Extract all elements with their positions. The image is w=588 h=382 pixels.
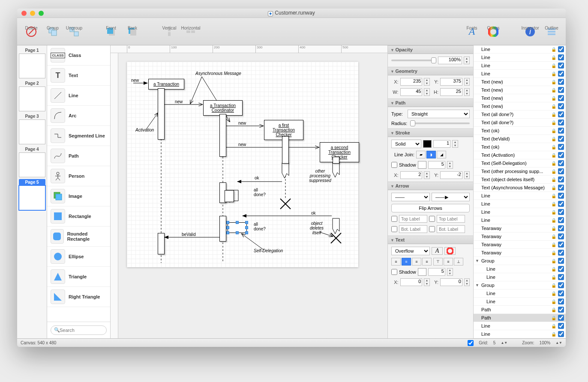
stroke-width[interactable]: 1 xyxy=(433,140,450,148)
lock-icon[interactable]: 🔒 xyxy=(551,80,556,84)
visibility-checkbox[interactable] xyxy=(558,54,564,60)
text-font-button[interactable]: A xyxy=(432,247,443,255)
visibility-checkbox[interactable] xyxy=(558,233,564,239)
outline-row[interactable]: Text (Activation)🔒 xyxy=(474,151,566,159)
selected-shape[interactable] xyxy=(228,222,247,233)
halign-left[interactable]: ≡ xyxy=(391,258,401,266)
lock-icon[interactable]: 🔒 xyxy=(551,161,556,166)
outline-row[interactable]: Line🔒 xyxy=(474,273,566,281)
stroke-style-select[interactable]: Solid xyxy=(391,140,421,148)
outline-row[interactable]: Path🔒 xyxy=(474,314,566,322)
halign-just[interactable]: ≡ xyxy=(422,258,432,266)
geom-w[interactable]: 45 xyxy=(400,88,423,96)
align-vertical-button[interactable]: Vertical xyxy=(159,26,179,38)
lock-icon[interactable]: 🔒 xyxy=(551,275,556,280)
text-overflow-select[interactable]: Overflow xyxy=(391,247,430,255)
section-text[interactable]: Text xyxy=(388,236,473,244)
visibility-checkbox[interactable] xyxy=(558,193,564,199)
arrow-start-select[interactable]: —— xyxy=(391,193,430,201)
lock-icon[interactable]: 🔒 xyxy=(551,202,556,206)
lock-icon[interactable]: 🔒 xyxy=(551,112,556,117)
bot-label-end-cb[interactable] xyxy=(429,226,435,232)
shadow-checkbox[interactable] xyxy=(391,162,397,168)
shape-triangle[interactable]: Triangle xyxy=(47,267,110,287)
arrow-end-select[interactable]: ——▶ xyxy=(432,193,470,201)
outline-row[interactable]: Tearaway🔒 xyxy=(474,224,566,233)
bot-label-end[interactable] xyxy=(437,225,465,233)
fonts-button[interactable]: AFonts xyxy=(462,26,482,38)
lock-icon[interactable]: 🔒 xyxy=(551,316,556,320)
visibility-checkbox[interactable] xyxy=(558,217,564,223)
visibility-checkbox[interactable] xyxy=(558,95,564,101)
lock-icon[interactable]: 🔒 xyxy=(551,234,556,239)
outline-row[interactable]: Line🔒 xyxy=(474,200,566,208)
shadow-color[interactable] xyxy=(418,161,426,169)
zoom-stepper-icon[interactable]: ▲▼ xyxy=(555,341,562,345)
shape-ellipse[interactable]: Ellipse xyxy=(47,247,110,267)
valign-top[interactable]: ⊤ xyxy=(433,258,443,266)
text-color-button[interactable] xyxy=(444,247,456,255)
outline-row[interactable]: Tearaway🔒 xyxy=(474,233,566,241)
outline-row[interactable]: Line🔒 xyxy=(474,54,566,62)
outline-row[interactable]: ▼Group🔒 xyxy=(474,257,566,265)
shadow-y[interactable]: -2 xyxy=(440,171,462,179)
lock-icon[interactable]: 🔒 xyxy=(551,63,556,68)
geom-h[interactable]: 25 xyxy=(440,88,462,96)
lock-icon[interactable]: 🔒 xyxy=(551,96,556,101)
delete-button[interactable]: Delete xyxy=(21,26,41,38)
shape-image[interactable]: Image xyxy=(47,186,110,206)
linejoin-miter[interactable]: ▰ xyxy=(416,151,426,158)
top-label-start-cb[interactable] xyxy=(391,216,397,222)
outline-row[interactable]: Text (ok)🔒 xyxy=(474,127,566,135)
geom-x[interactable]: 235 xyxy=(400,78,423,86)
top-label-end[interactable] xyxy=(437,215,465,223)
opacity-stepper[interactable]: ▲▼ xyxy=(464,57,470,64)
lock-icon[interactable]: 🔒 xyxy=(551,153,556,158)
outline-row[interactable]: Text (beValid)🔒 xyxy=(474,135,566,143)
colors-button[interactable]: Colors xyxy=(483,26,503,38)
opacity-field[interactable]: 100% xyxy=(438,57,462,64)
outline-row[interactable]: Text (new)🔒 xyxy=(474,86,566,94)
page-thumb-3[interactable]: Page 3 xyxy=(19,113,45,144)
page-thumb-1[interactable]: Page 1 xyxy=(19,47,45,78)
visibility-checkbox[interactable] xyxy=(558,71,564,77)
outline-row[interactable]: Tearaway🔒 xyxy=(474,241,566,249)
grid-checkbox[interactable] xyxy=(468,340,474,346)
shape-line[interactable]: Line xyxy=(47,86,110,106)
inspector-button[interactable]: iInspector xyxy=(520,26,540,38)
shadow-x[interactable]: 2 xyxy=(400,171,423,179)
visibility-checkbox[interactable] xyxy=(558,168,564,174)
visibility-checkbox[interactable] xyxy=(558,111,564,117)
visibility-checkbox[interactable] xyxy=(558,258,564,264)
lock-icon[interactable]: 🔒 xyxy=(551,47,556,52)
lock-icon[interactable]: 🔒 xyxy=(551,128,556,133)
outline-row[interactable]: Line🔒 xyxy=(474,298,566,306)
lock-icon[interactable]: 🔒 xyxy=(551,324,556,328)
outline-row[interactable]: Text (all done?)🔒 xyxy=(474,110,566,119)
lock-icon[interactable]: 🔒 xyxy=(551,55,556,60)
outline-row[interactable]: Text (new)🔒 xyxy=(474,94,566,102)
text-x[interactable]: 0 xyxy=(400,278,423,286)
radius-slider[interactable] xyxy=(410,122,470,124)
shape-rounded-rectangle[interactable]: Rounded Rectangle xyxy=(47,227,110,247)
visibility-checkbox[interactable] xyxy=(558,266,564,272)
visibility-checkbox[interactable] xyxy=(558,63,564,69)
box-transaction[interactable]: a Transaction xyxy=(148,79,184,90)
path-type-select[interactable]: Straight xyxy=(408,110,470,118)
shadow-blur[interactable]: 5 xyxy=(428,161,445,169)
page-surface[interactable]: a Transaction a Transaction Coordinator … xyxy=(127,62,358,267)
outline-row[interactable]: Text (new)🔒 xyxy=(474,102,566,110)
visibility-checkbox[interactable] xyxy=(558,298,564,304)
shape-right-triangle[interactable]: Right Triangle xyxy=(47,287,110,307)
shape-arc[interactable]: Arc xyxy=(47,106,110,126)
halign-right[interactable]: ≡ xyxy=(412,258,421,266)
lock-icon[interactable]: 🔒 xyxy=(551,104,556,109)
outline-row[interactable]: ▼Group🔒 xyxy=(474,281,566,289)
grid-value[interactable]: 5 xyxy=(493,340,496,345)
stroke-color[interactable] xyxy=(423,140,432,148)
shape-person[interactable]: Person xyxy=(47,166,110,186)
outline-row[interactable]: Text (Asynchronous Message)🔒 xyxy=(474,184,566,192)
page-thumb-4[interactable]: Page 4 xyxy=(19,146,45,177)
lock-icon[interactable]: 🔒 xyxy=(551,259,556,263)
minimize-icon[interactable] xyxy=(30,11,35,16)
